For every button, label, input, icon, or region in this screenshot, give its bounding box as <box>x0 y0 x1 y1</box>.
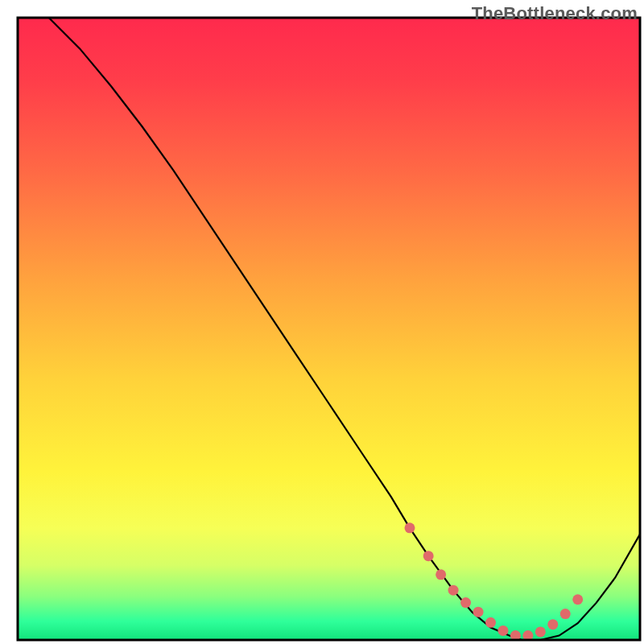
marker-dot <box>460 597 471 608</box>
marker-dot <box>560 609 571 619</box>
watermark-text: TheBottleneck.com <box>472 3 638 24</box>
marker-dot <box>436 569 446 580</box>
marker-dot <box>404 522 415 533</box>
chart-stage: TheBottleneck.com <box>0 0 644 644</box>
marker-dot <box>473 607 484 617</box>
marker-dot <box>535 626 546 637</box>
marker-dot <box>423 551 434 561</box>
plot-background <box>18 18 640 640</box>
marker-dot <box>448 585 459 596</box>
bottleneck-chart <box>0 0 644 644</box>
marker-dot <box>485 617 496 628</box>
marker-dot <box>547 619 558 630</box>
marker-dot <box>572 594 583 605</box>
marker-dot <box>497 625 508 636</box>
